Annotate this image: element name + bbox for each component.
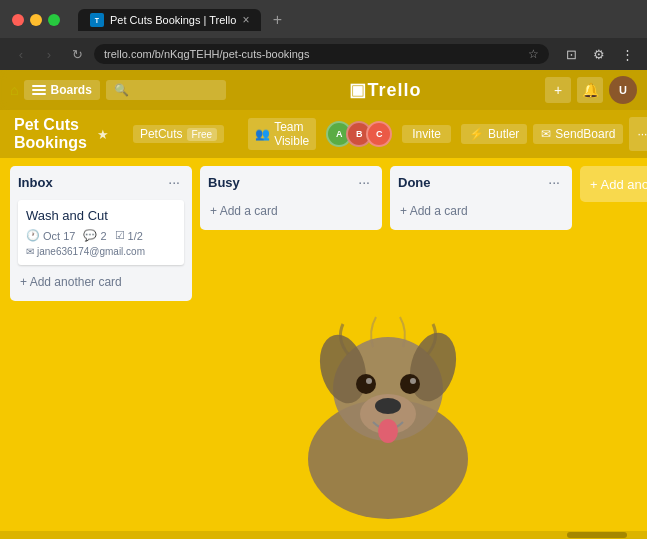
address-bar[interactable]: trello.com/b/nKqgTEHH/pet-cuts-bookings … [94, 44, 549, 64]
team-visible-button[interactable]: 👥 Team Visible [248, 118, 316, 150]
trello-page: T Pet Cuts Bookings | Trello × + ‹ › ↻ t… [0, 0, 647, 539]
show-menu-icon: ··· [637, 127, 647, 141]
address-path: /b/nKqgTEHH/pet-cuts-bookings [152, 48, 310, 60]
show-menu-button[interactable]: ··· Show Menu [629, 117, 647, 151]
list-busy: Busy ··· + Add a card [200, 166, 382, 230]
refresh-button[interactable]: ↻ [66, 43, 88, 65]
list-done: Done ··· + Add a card [390, 166, 572, 230]
pet-cuts-label: PetCuts [140, 127, 183, 141]
list-title-inbox: Inbox [18, 175, 164, 190]
card-comments: 💬 2 [83, 229, 106, 242]
toolbar-icons: ⊡ ⚙ ⋮ [561, 44, 637, 64]
search-input[interactable]: 🔍 [106, 80, 226, 100]
extensions-icon[interactable]: ⚙ [589, 44, 609, 64]
list-inbox: Inbox ··· Wash and Cut 🕐 Oct 17 💬 2 [10, 166, 192, 301]
list-menu-done[interactable]: ··· [544, 174, 564, 190]
menu-icon[interactable]: ⋮ [617, 44, 637, 64]
tab-title: Pet Cuts Bookings | Trello [110, 14, 236, 26]
board-area: ⌂ Boards 🔍 ▣ Trello + 🔔 U [0, 70, 647, 539]
title-bar: T Pet Cuts Bookings | Trello × + [0, 0, 647, 38]
card-meta: 🕐 Oct 17 💬 2 ☑ 1/2 [26, 229, 176, 242]
scrollbar-area [0, 531, 647, 539]
tab-close-btn[interactable]: × [242, 13, 249, 27]
butler-icon: ⚡ [469, 127, 484, 141]
board-header-right: ⚡ Butler ✉ SendBoard ··· Show Menu [461, 117, 647, 151]
invite-button[interactable]: Invite [402, 125, 451, 143]
active-tab[interactable]: T Pet Cuts Bookings | Trello × [78, 9, 261, 31]
scrollbar-thumb[interactable] [567, 532, 627, 538]
team-visible-label: Team Visible [274, 120, 309, 148]
list-header-done: Done ··· [398, 174, 564, 190]
butler-label: Butler [488, 127, 519, 141]
home-icon[interactable]: ⌂ [10, 82, 18, 98]
team-visible-icon: 👥 [255, 127, 270, 141]
card-title: Wash and Cut [26, 208, 176, 223]
traffic-light-minimize[interactable] [30, 14, 42, 26]
address-bar-row: ‹ › ↻ trello.com/b/nKqgTEHH/pet-cuts-boo… [0, 38, 647, 70]
card-wash-and-cut[interactable]: Wash and Cut 🕐 Oct 17 💬 2 ☑ 1/2 [18, 200, 184, 265]
sendboard-icon: ✉ [541, 127, 551, 141]
bookmark-icon[interactable]: ☆ [528, 47, 539, 61]
card-email-value: jane636174@gmail.com [37, 246, 145, 257]
list-title-done: Done [398, 175, 544, 190]
tab-favicon: T [90, 13, 104, 27]
list-header-busy: Busy ··· [208, 174, 374, 190]
forward-button[interactable]: › [38, 43, 60, 65]
tab-area: T Pet Cuts Bookings | Trello × + [78, 8, 635, 32]
board-header: Pet Cuts Bookings ★ PetCuts Free 👥 Team … [0, 110, 647, 158]
card-date-value: Oct 17 [43, 230, 75, 242]
traffic-light-fullscreen[interactable] [48, 14, 60, 26]
new-tab-button[interactable]: + [265, 8, 289, 32]
topbar-left: ⌂ Boards 🔍 [10, 80, 226, 100]
member-avatars: A B C [326, 121, 392, 147]
list-header-inbox: Inbox ··· [18, 174, 184, 190]
card-email: ✉ jane636174@gmail.com [26, 246, 176, 257]
traffic-light-close[interactable] [12, 14, 24, 26]
card-comments-value: 2 [100, 230, 106, 242]
back-button[interactable]: ‹ [10, 43, 32, 65]
checklist-icon: ☑ [115, 229, 125, 242]
add-card-busy[interactable]: + Add a card [208, 200, 374, 222]
invite-label: Invite [412, 127, 441, 141]
card-checklist: ☑ 1/2 [115, 229, 143, 242]
pet-cuts-badge[interactable]: PetCuts Free [133, 125, 224, 143]
boards-label: Boards [50, 83, 91, 97]
browser-chrome: T Pet Cuts Bookings | Trello × + ‹ › ↻ t… [0, 0, 647, 70]
board-title: Pet Cuts Bookings [14, 116, 87, 152]
card-date: 🕐 Oct 17 [26, 229, 75, 242]
free-badge: Free [187, 128, 218, 141]
topbar-right: + 🔔 U [545, 76, 637, 104]
trello-logo-icon: ▣ [349, 79, 367, 101]
member-avatar-3[interactable]: C [366, 121, 392, 147]
list-title-busy: Busy [208, 175, 354, 190]
card-checklist-value: 1/2 [128, 230, 143, 242]
trello-logo: ▣ Trello [234, 79, 537, 101]
trello-topbar: ⌂ Boards 🔍 ▣ Trello + 🔔 U [0, 70, 647, 110]
email-icon: ✉ [26, 246, 34, 257]
list-menu-busy[interactable]: ··· [354, 174, 374, 190]
list-menu-inbox[interactable]: ··· [164, 174, 184, 190]
star-button[interactable]: ★ [97, 127, 109, 142]
butler-button[interactable]: ⚡ Butler [461, 124, 527, 144]
search-icon: 🔍 [114, 83, 129, 97]
sendboard-label: SendBoard [555, 127, 615, 141]
sendboard-button[interactable]: ✉ SendBoard [533, 124, 623, 144]
cast-icon[interactable]: ⊡ [561, 44, 581, 64]
board-content: Inbox ··· Wash and Cut 🕐 Oct 17 💬 2 [0, 158, 647, 531]
boards-button[interactable]: Boards [24, 80, 99, 100]
clock-icon: 🕐 [26, 229, 40, 242]
comment-icon: 💬 [83, 229, 97, 242]
trello-logo-text: Trello [367, 80, 421, 101]
address-domain: trello.com [104, 48, 152, 60]
boards-icon [32, 85, 46, 95]
add-button[interactable]: + [545, 77, 571, 103]
address-text: trello.com/b/nKqgTEHH/pet-cuts-bookings [104, 48, 522, 60]
notification-button[interactable]: 🔔 [577, 77, 603, 103]
add-card-done[interactable]: + Add a card [398, 200, 564, 222]
add-card-inbox[interactable]: + Add another card [18, 271, 184, 293]
add-list-button[interactable]: + Add another list [580, 166, 647, 202]
user-avatar[interactable]: U [609, 76, 637, 104]
